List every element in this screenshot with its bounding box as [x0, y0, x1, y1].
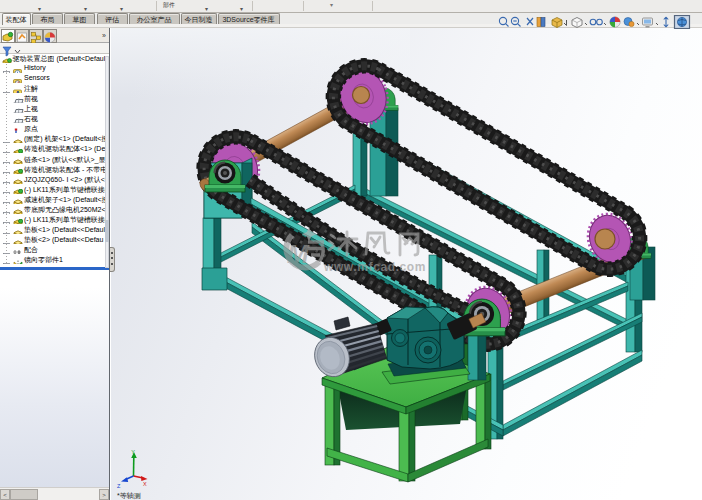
svg-text:X: X [143, 481, 147, 487]
svg-text:*等轴测: *等轴测 [117, 492, 141, 500]
svg-text:M: M [287, 239, 310, 269]
svg-text:www.mfcad.com: www.mfcad.com [323, 260, 426, 274]
svg-text:Y: Y [131, 449, 135, 455]
